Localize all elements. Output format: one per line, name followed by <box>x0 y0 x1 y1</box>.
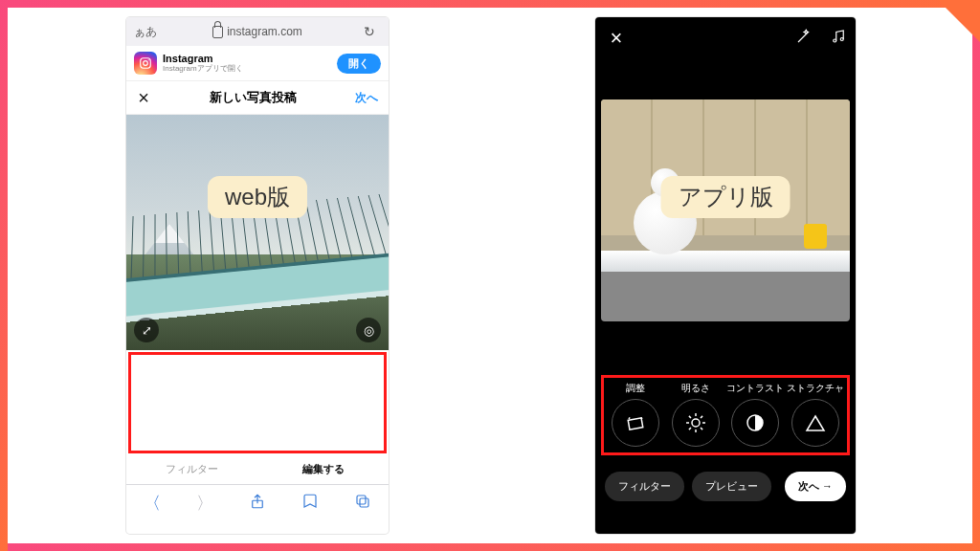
banner-title: Instagram <box>163 53 243 64</box>
tool-brightness[interactable]: 明るさ <box>666 382 726 447</box>
multi-select-icon[interactable]: ◎ <box>356 318 381 342</box>
safari-address-bar: ぁあ instagram.com ↻ <box>126 17 389 46</box>
preview-button[interactable]: プレビュー <box>692 472 771 501</box>
svg-rect-5 <box>360 498 368 507</box>
page-title: 新しい写真投稿 <box>161 89 345 106</box>
app-editor-header: × <box>595 17 856 59</box>
forward-icon[interactable]: 〉 <box>196 492 213 515</box>
svg-point-6 <box>834 39 836 42</box>
tabs-icon[interactable] <box>354 493 371 515</box>
back-icon[interactable]: 〈 <box>144 492 161 515</box>
bucket <box>804 224 827 249</box>
app-bottom-bar: フィルター プレビュー 次へ → <box>595 463 856 509</box>
adjust-icon <box>612 399 659 447</box>
close-button[interactable]: × <box>595 26 637 51</box>
photo-preview: アプリ版 <box>601 99 850 321</box>
lock-icon <box>212 26 223 38</box>
photo-preview: ⤢ ◎ web版 <box>126 115 389 350</box>
web-edit-tabs: フィルター 編集する <box>126 453 389 484</box>
safari-url[interactable]: instagram.com <box>165 25 350 38</box>
svg-point-9 <box>692 419 700 427</box>
instagram-logo-icon <box>134 52 157 75</box>
svg-point-7 <box>840 37 843 40</box>
app-phone: × アプリ版 調整 明るさ コントラス <box>595 17 856 534</box>
bookmarks-icon[interactable] <box>301 493 319 515</box>
tool-contrast[interactable]: コントラスト <box>725 382 786 447</box>
tab-filter[interactable]: フィルター <box>126 462 257 476</box>
filter-button[interactable]: フィルター <box>605 472 684 501</box>
triangle-icon <box>791 399 839 447</box>
reload-icon[interactable]: ↻ <box>350 24 389 39</box>
close-button[interactable]: × <box>126 87 161 109</box>
open-app-button[interactable]: 開く <box>337 54 381 74</box>
safari-aa-button[interactable]: ぁあ <box>126 24 165 40</box>
svg-rect-0 <box>141 58 151 69</box>
magic-wand-icon[interactable] <box>787 28 821 50</box>
annotation-web-label: web版 <box>208 176 307 218</box>
next-button[interactable]: 次へ → <box>785 472 846 501</box>
next-button[interactable]: 次へ <box>345 90 389 106</box>
web-phone: ぁあ instagram.com ↻ Instagram Instagramアプ… <box>126 17 389 534</box>
tool-adjust[interactable]: 調整 <box>606 382 666 447</box>
tool-structure[interactable]: ストラクチャ <box>786 382 846 447</box>
corner-decoration <box>938 0 980 42</box>
annotation-app-label: アプリ版 <box>661 176 791 218</box>
svg-rect-4 <box>357 496 366 504</box>
expand-icon[interactable]: ⤢ <box>134 318 159 342</box>
sun-icon <box>672 399 720 447</box>
svg-point-2 <box>148 59 149 60</box>
open-in-app-banner: Instagram Instagramアプリで開く 開く <box>126 46 389 81</box>
svg-point-1 <box>144 61 148 66</box>
svg-rect-8 <box>628 418 643 430</box>
music-icon[interactable] <box>821 28 856 50</box>
safari-toolbar: 〈 〉 <box>126 484 389 521</box>
banner-subtitle: Instagramアプリで開く <box>163 64 243 74</box>
tab-edit[interactable]: 編集する <box>257 462 389 476</box>
share-icon[interactable] <box>249 493 266 515</box>
contrast-icon <box>731 399 779 447</box>
highlighted-empty-area <box>128 352 387 453</box>
highlighted-edit-tools: 調整 明るさ コントラスト ストラクチャ <box>601 375 850 455</box>
new-post-header: × 新しい写真投稿 次へ <box>126 81 389 115</box>
url-text: instagram.com <box>227 25 302 38</box>
